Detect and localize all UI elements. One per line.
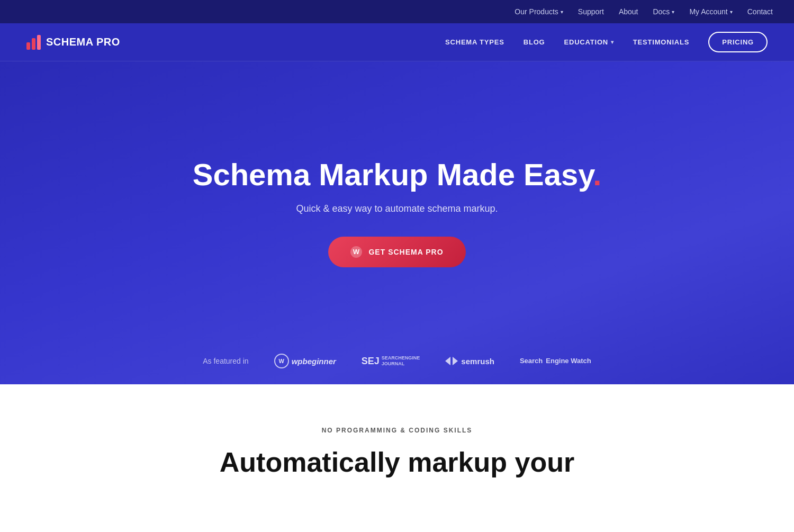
logo-bar-1 [26,42,30,50]
hero-title: Schema Markup Made Easy. [193,157,602,193]
wpbeginner-logo: W wpbeginner [274,354,336,368]
chevron-down-icon: ▾ [561,9,563,15]
nav-schema-types[interactable]: SCHEMA TYPES [445,38,504,46]
nav-testimonials[interactable]: TESTIMONIALS [633,38,689,46]
top-nav-my-account[interactable]: My Account ▾ [689,7,732,16]
wpb-icon: W [274,354,289,368]
top-nav-about[interactable]: About [619,7,638,16]
nav-education[interactable]: EDUCATION ▾ [564,38,614,46]
sej-logo: SEJ SearchEngine Journal [362,355,420,367]
chevron-down-icon: ▾ [672,9,674,15]
bottom-section: NO PROGRAMMING & CODING SKILLS Automatic… [0,384,794,532]
logo[interactable]: SCHEMA PRO [26,35,120,50]
featured-bar: As featured in W wpbeginner SEJ SearchEn… [0,354,794,368]
top-nav-docs[interactable]: Docs ▾ [653,7,674,16]
cta-button[interactable]: W GET SCHEMA PRO [328,237,465,267]
top-nav-products[interactable]: Our Products ▾ [515,7,563,16]
top-bar: Our Products ▾ Support About Docs ▾ My A… [0,0,794,23]
hero-title-dot: . [593,157,601,192]
top-nav-contact[interactable]: Contact [747,7,773,16]
logo-bar-3 [37,35,41,50]
nav-blog[interactable]: BLOG [524,38,545,46]
nav-pricing[interactable]: PRICING [708,32,768,52]
top-nav-support[interactable]: Support [578,7,604,16]
chevron-down-icon: ▾ [730,9,733,15]
hero-section: Schema Markup Made Easy. Quick & easy wa… [0,61,794,384]
main-nav: SCHEMA PRO SCHEMA TYPES BLOG EDUCATION ▾… [0,23,794,61]
bottom-title: Automatically markup your [21,447,773,479]
featured-label: As featured in [203,357,248,365]
nav-links: SCHEMA TYPES BLOG EDUCATION ▾ TESTIMONIA… [445,32,768,52]
chevron-down-icon: ▾ [611,39,614,45]
hero-subtitle: Quick & easy way to automate schema mark… [296,203,498,214]
wordpress-icon: W [350,246,362,258]
logo-bar-2 [32,38,35,50]
featured-logos: W wpbeginner SEJ SearchEngine Journal se… [274,354,591,368]
no-code-label: NO PROGRAMMING & CODING SKILLS [21,427,773,434]
semrush-wings-icon [445,357,458,365]
sewatch-logo: Search Engine Watch [520,357,591,366]
logo-icon [26,35,41,50]
semrush-logo: semrush [445,357,494,366]
logo-text: SCHEMA PRO [46,36,120,48]
